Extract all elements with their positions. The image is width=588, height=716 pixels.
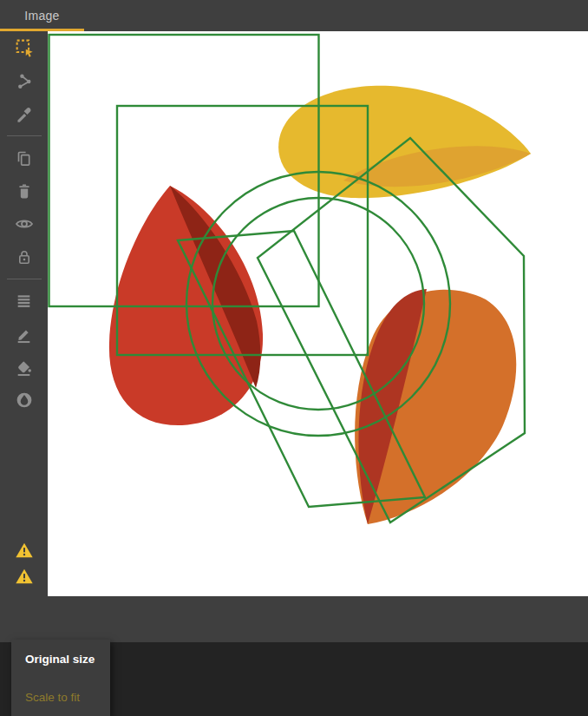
tool-lock-button[interactable] (0, 240, 48, 273)
warning-badge[interactable] (0, 563, 48, 589)
eyedropper-icon (15, 105, 33, 123)
tool-list-button[interactable] (0, 285, 48, 318)
image-canvas[interactable] (48, 31, 588, 596)
list-icon (15, 292, 33, 311)
edit-icon (15, 325, 33, 344)
copy-icon (15, 149, 33, 168)
tool-polyline-button[interactable] (0, 64, 48, 97)
canvas-image (48, 31, 588, 596)
warning-icon (15, 568, 34, 585)
warning-icon (15, 542, 34, 559)
visibility-icon (15, 214, 34, 233)
status-bar: Image W (px) H (px) Visualized 697 (134%… (0, 596, 588, 642)
blob-orange (355, 289, 516, 524)
scale-context-menu: Original size Scale to fit (11, 640, 110, 716)
tool-delete-button[interactable] (0, 174, 48, 207)
tool-copy-button[interactable] (0, 141, 48, 174)
tool-rect-select-button[interactable] (0, 31, 48, 64)
app-window: Image (0, 0, 588, 716)
fill-icon (15, 358, 33, 377)
left-toolbar (0, 31, 48, 596)
rect-select-icon (15, 38, 34, 57)
menu-item-scale-to-fit[interactable]: Scale to fit (11, 678, 110, 716)
tool-eyedropper-button[interactable] (0, 97, 48, 130)
tool-fill-button[interactable] (0, 351, 48, 384)
tool-visibility-button[interactable] (0, 207, 48, 240)
tab-image-label: Image (24, 9, 59, 23)
tool-opacity-button[interactable] (0, 384, 48, 417)
tab-image[interactable]: Image (0, 0, 84, 31)
warning-stack (0, 537, 48, 589)
polyline-icon (15, 72, 33, 90)
menu-item-original-size[interactable]: Original size (11, 640, 110, 678)
lock-icon (16, 248, 33, 266)
tool-edit-button[interactable] (0, 318, 48, 351)
opacity-icon (15, 391, 34, 410)
toolbar-divider (7, 135, 42, 136)
tab-bar: Image (0, 0, 588, 31)
toolbar-divider (7, 279, 42, 279)
warning-badge[interactable] (0, 537, 48, 563)
delete-icon (16, 182, 33, 200)
